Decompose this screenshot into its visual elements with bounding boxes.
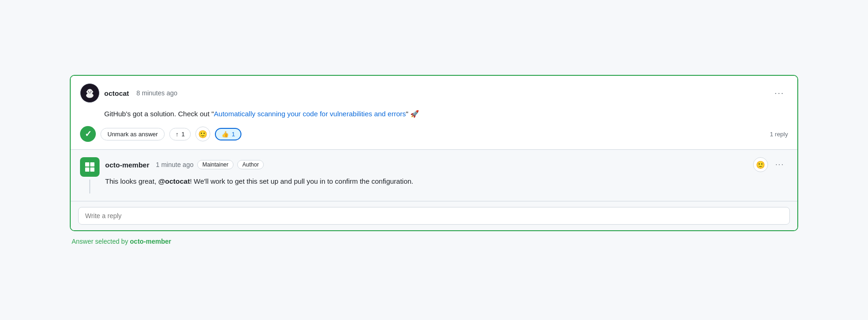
body-prefix: GitHub's got a solution. Check out "	[104, 110, 214, 118]
reply-content: octo-member 1 minute ago Maintainer Auth…	[105, 157, 788, 193]
comment-thread: octocat 8 minutes ago ··· GitHub's got a…	[70, 75, 798, 231]
reply-header-right: 🙂 ···	[753, 157, 788, 172]
write-reply-input[interactable]	[78, 207, 790, 225]
footer-selector: octo-member	[130, 238, 171, 245]
reply-body: This looks great, @octocat! We'll work t…	[105, 176, 788, 187]
reply-add-reaction-button[interactable]: 🙂	[753, 157, 768, 172]
upvote-button[interactable]: ↑ 1	[169, 128, 191, 140]
reply-more-button[interactable]: ···	[772, 159, 788, 171]
main-comment-header: octocat 8 minutes ago ···	[80, 83, 788, 103]
reply-header: octo-member 1 minute ago Maintainer Auth…	[105, 157, 788, 172]
svg-rect-7	[85, 162, 89, 167]
reply-timestamp: 1 minute ago	[156, 161, 194, 168]
upvote-count: 1	[181, 131, 185, 138]
upvote-arrow-icon: ↑	[175, 131, 179, 138]
write-reply-section	[71, 201, 797, 230]
check-answer-button[interactable]: ✓	[80, 126, 96, 142]
reply-username: octo-member	[105, 161, 149, 169]
svg-rect-10	[90, 167, 94, 172]
main-more-button[interactable]: ···	[771, 87, 788, 100]
check-icon: ✓	[85, 129, 92, 139]
mention: @octocat	[158, 177, 190, 185]
main-timestamp: 8 minutes ago	[136, 89, 177, 97]
svg-rect-9	[85, 167, 89, 172]
reply-left-column	[80, 157, 100, 193]
thumbsup-count: 1	[232, 131, 235, 138]
main-comment-header-left: octocat 8 minutes ago	[80, 83, 177, 103]
svg-point-2	[86, 93, 93, 98]
main-username: octocat	[104, 89, 129, 97]
reply-section: octo-member 1 minute ago Maintainer Auth…	[71, 150, 797, 230]
avatar	[80, 83, 100, 103]
thumbsup-icon: 👍	[221, 131, 229, 138]
smiley-icon: 🙂	[198, 130, 207, 139]
comment-actions: ✓ Unmark as answer ↑ 1 🙂 👍 1 1 reply	[80, 126, 788, 142]
svg-point-5	[87, 91, 88, 93]
body-suffix: " 🚀	[406, 110, 420, 118]
svg-rect-8	[90, 162, 94, 167]
thread-line	[89, 180, 90, 193]
reply-header-left: octo-member 1 minute ago Maintainer Auth…	[105, 160, 264, 169]
author-badge: Author	[237, 160, 264, 169]
reply-avatar	[80, 157, 100, 177]
main-comment-body: GitHub's got a solution. Check out "Auto…	[80, 108, 788, 120]
body-link[interactable]: Automatically scanning your code for vul…	[214, 110, 406, 118]
thread-container: octocat 8 minutes ago ··· GitHub's got a…	[70, 75, 798, 245]
reply-smiley-icon: 🙂	[756, 160, 765, 169]
thread-footer: Answer selected by octo-member	[70, 238, 798, 245]
main-comment: octocat 8 minutes ago ··· GitHub's got a…	[71, 76, 797, 149]
reply-count: 1 reply	[770, 131, 788, 138]
maintainer-badge: Maintainer	[197, 160, 234, 169]
thumbsup-reaction-button[interactable]: 👍 1	[215, 128, 241, 140]
svg-point-6	[91, 91, 93, 93]
reply-comment: octo-member 1 minute ago Maintainer Auth…	[71, 150, 797, 201]
footer-prefix: Answer selected by	[72, 238, 130, 245]
add-reaction-button[interactable]: 🙂	[195, 127, 210, 141]
unmark-answer-button[interactable]: Unmark as answer	[100, 128, 165, 140]
